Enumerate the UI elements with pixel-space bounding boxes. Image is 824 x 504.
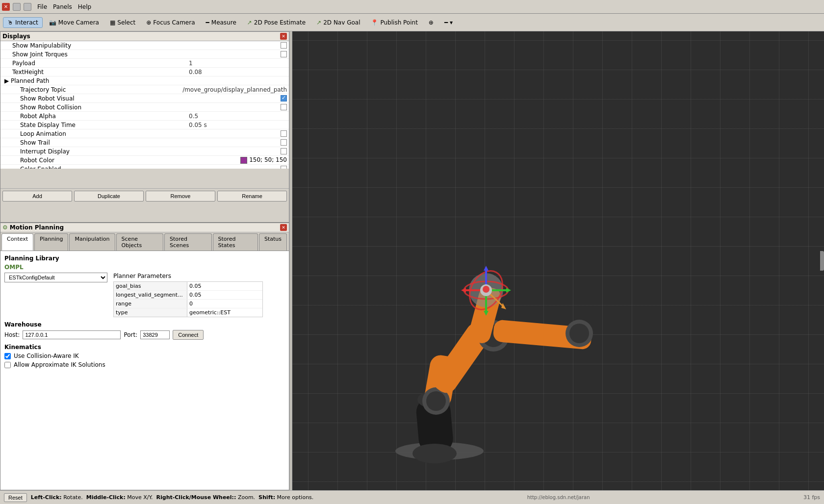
display-label: Interrupt Display	[2, 148, 281, 155]
display-checkbox[interactable]	[281, 51, 287, 57]
fps-display: 31 fps	[803, 494, 820, 501]
3d-viewport[interactable]	[292, 31, 824, 490]
main-toolbar: 🖱 Interact 📷 Move Camera ▦ Select ⊕ Focu…	[0, 14, 824, 31]
measure-icon: ━	[206, 19, 209, 26]
display-row: Show Robot Collision	[0, 103, 289, 112]
param-key: longest_valid_segment...	[114, 291, 187, 299]
menu-help[interactable]: Help	[78, 3, 91, 10]
motion-planning-titlebar: ⚙ Motion Planning ✕	[0, 223, 289, 232]
display-row: State Display Time 0.05 s	[0, 121, 289, 129]
display-value: 0.08	[189, 69, 287, 76]
param-value: 0.05	[187, 291, 262, 299]
publish-point-button[interactable]: 📍 Publish Point	[366, 17, 422, 28]
display-checkbox[interactable]	[281, 148, 287, 154]
display-value: 150; 50; 150	[240, 156, 287, 164]
url-label: http://eblog.sdn.net/jaran	[527, 495, 590, 500]
select-icon: ▦	[110, 19, 115, 26]
display-checkbox[interactable]	[281, 95, 287, 101]
warehouse-title: Warehouse	[4, 321, 285, 328]
kinematics-section: Kinematics Use Collision-Aware IK Allow …	[4, 344, 285, 368]
param-row: range 0	[114, 300, 262, 308]
planner-select-wrap: ESTkConfigDefaultRRTkConfigDefaultPRMkCo…	[4, 273, 107, 317]
crosshair-icon: ⊕	[429, 19, 434, 26]
publish-icon: 📍	[371, 19, 378, 26]
tab-context[interactable]: Context	[1, 233, 33, 251]
pose-estimate-button[interactable]: ↗ 2D Pose Estimate	[243, 17, 310, 28]
menu-panels[interactable]: Panels	[53, 3, 72, 10]
tab-planning[interactable]: Planning	[34, 233, 68, 251]
measure-button[interactable]: ━ Measure	[202, 17, 241, 28]
statusbar: Reset Left-Click: Rotate. Middle-Click: …	[0, 490, 824, 504]
display-label: TextHeight	[2, 69, 189, 76]
displays-toolbar: Add Duplicate Remove Rename	[0, 188, 289, 203]
add-button[interactable]: Add	[2, 191, 72, 202]
minimize-button[interactable]	[13, 3, 21, 11]
tab-stored-states[interactable]: Stored States	[213, 233, 258, 251]
display-row: Show Robot Visual	[0, 94, 289, 103]
motion-planning-panel: ⚙ Motion Planning ✕ ContextPlanningManip…	[0, 223, 289, 490]
display-row: Show Manipulability	[0, 41, 289, 50]
select-button[interactable]: ▦ Select	[105, 17, 140, 28]
display-row: Interrupt Display	[0, 147, 289, 156]
tab-stored-scenes[interactable]: Stored Scenes	[164, 233, 212, 251]
left-panel: Displays ✕ Show Manipulability Show Join…	[0, 31, 289, 490]
interact-icon: 🖱	[7, 19, 13, 26]
display-checkbox[interactable]	[281, 130, 287, 137]
param-key: range	[114, 300, 187, 308]
display-row: Robot Color 150; 50; 150	[0, 156, 289, 165]
param-row: goal_bias 0.05	[114, 282, 262, 291]
display-label: Show Trail	[2, 139, 281, 146]
collision-aware-ik-checkbox[interactable]	[4, 353, 11, 359]
focus-camera-button[interactable]: ⊕ Focus Camera	[142, 17, 199, 28]
remove-button[interactable]: Remove	[146, 191, 215, 202]
connect-button[interactable]: Connect	[173, 330, 204, 340]
interact-button[interactable]: 🖱 Interact	[3, 17, 43, 28]
more-icon: ━ ▾	[444, 19, 453, 26]
displays-close-button[interactable]: ✕	[280, 33, 287, 40]
planner-params-section: Planner Parameters goal_bias 0.05 longes…	[113, 273, 263, 317]
ompl-label: OMPL	[4, 264, 285, 271]
kinematics-title: Kinematics	[4, 344, 285, 351]
section-label: ▶ Planned Path	[2, 77, 49, 84]
tab-status[interactable]: Status	[259, 233, 287, 251]
planner-select[interactable]: ESTkConfigDefaultRRTkConfigDefaultPRMkCo…	[4, 273, 107, 282]
collision-aware-ik-label: Use Collision-Aware IK	[14, 353, 79, 359]
display-value: /move_group/display_planned_path	[182, 86, 287, 93]
crosshair-button[interactable]: ⊕	[424, 17, 438, 28]
host-label: Host:	[4, 331, 20, 338]
more-button[interactable]: ━ ▾	[440, 17, 457, 28]
rename-button[interactable]: Rename	[217, 191, 287, 202]
close-button[interactable]: ✕	[2, 3, 10, 11]
param-key: type	[114, 308, 187, 317]
focus-icon: ⊕	[146, 19, 151, 26]
motion-close-button[interactable]: ✕	[280, 224, 287, 231]
display-label: Robot Color	[2, 157, 240, 164]
viewport-expand-handle[interactable]	[820, 251, 824, 271]
display-checkbox[interactable]	[281, 139, 287, 146]
display-row: Show Joint Torques	[0, 50, 289, 59]
menu-file[interactable]: File	[37, 3, 47, 10]
duplicate-button[interactable]: Duplicate	[74, 191, 144, 202]
port-input[interactable]	[140, 330, 170, 339]
display-checkbox[interactable]	[281, 42, 287, 49]
display-row: Loop Animation	[0, 129, 289, 138]
maximize-button[interactable]	[24, 3, 31, 11]
display-value: 0.05 s	[189, 122, 287, 128]
display-value: 1	[189, 60, 287, 67]
tab-manipulation[interactable]: Manipulation	[69, 233, 115, 251]
tab-scene-objects[interactable]: Scene Objects	[116, 233, 163, 251]
approx-ik-checkbox[interactable]	[4, 362, 11, 368]
nav-goal-button[interactable]: ↗ 2D Nav Goal	[312, 17, 364, 28]
displays-scroll-area[interactable]: Show Manipulability Show Joint Torques P…	[0, 41, 289, 169]
display-row: ▶ Planned Path	[0, 76, 289, 85]
display-checkbox[interactable]	[281, 104, 287, 110]
reset-button[interactable]: Reset	[4, 493, 27, 502]
move-camera-button[interactable]: 📷 Move Camera	[45, 17, 103, 28]
warehouse-section: Warehouse Host: Port: Connect	[4, 321, 285, 340]
host-input[interactable]	[23, 330, 121, 339]
displays-panel: Displays ✕ Show Manipulability Show Join…	[0, 31, 289, 223]
display-label: Loop Animation	[2, 130, 281, 137]
displays-titlebar: Displays ✕	[0, 32, 289, 41]
motion-icon: ⚙	[2, 224, 8, 231]
svg-marker-20	[506, 288, 511, 293]
